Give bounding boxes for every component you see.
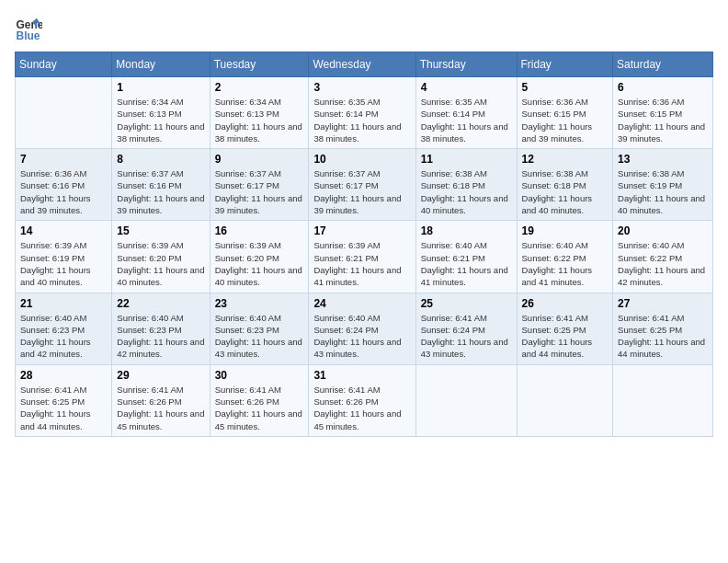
day-number: 12 <box>522 153 609 166</box>
day-number: 7 <box>20 153 107 166</box>
calendar-cell: 23 Sunrise: 6:40 AMSunset: 6:23 PMDaylig… <box>210 293 309 364</box>
day-info: Sunrise: 6:34 AMSunset: 6:13 PMDaylight:… <box>117 96 204 144</box>
calendar-cell: 8 Sunrise: 6:37 AMSunset: 6:16 PMDayligh… <box>112 149 210 221</box>
calendar-cell: 9 Sunrise: 6:37 AMSunset: 6:17 PMDayligh… <box>210 149 309 221</box>
calendar-week-row: 14 Sunrise: 6:39 AMSunset: 6:19 PMDaylig… <box>16 221 713 293</box>
calendar-cell: 26 Sunrise: 6:41 AMSunset: 6:25 PMDaylig… <box>517 293 613 364</box>
column-header-sunday: Sunday <box>16 52 112 77</box>
day-info: Sunrise: 6:40 AMSunset: 6:23 PMDaylight:… <box>20 312 107 361</box>
day-number: 11 <box>421 153 512 166</box>
calendar-cell: 24 Sunrise: 6:40 AMSunset: 6:24 PMDaylig… <box>309 293 415 364</box>
calendar-cell: 10 Sunrise: 6:37 AMSunset: 6:17 PMDaylig… <box>309 149 415 221</box>
day-number: 5 <box>522 81 609 94</box>
day-info: Sunrise: 6:36 AMSunset: 6:15 PMDaylight:… <box>618 96 708 144</box>
calendar-week-row: 1 Sunrise: 6:34 AMSunset: 6:13 PMDayligh… <box>16 77 713 149</box>
column-header-tuesday: Tuesday <box>210 52 309 77</box>
day-info: Sunrise: 6:34 AMSunset: 6:13 PMDaylight:… <box>215 96 304 144</box>
calendar-cell: 1 Sunrise: 6:34 AMSunset: 6:13 PMDayligh… <box>112 77 210 149</box>
day-number: 20 <box>618 224 708 237</box>
day-number: 15 <box>117 224 204 237</box>
day-info: Sunrise: 6:40 AMSunset: 6:23 PMDaylight:… <box>117 312 204 361</box>
logo: General Blue <box>15 15 42 42</box>
calendar-cell: 14 Sunrise: 6:39 AMSunset: 6:19 PMDaylig… <box>16 221 112 293</box>
calendar-cell: 15 Sunrise: 6:39 AMSunset: 6:20 PMDaylig… <box>112 221 210 293</box>
calendar-cell: 29 Sunrise: 6:41 AMSunset: 6:26 PMDaylig… <box>112 364 210 436</box>
day-info: Sunrise: 6:40 AMSunset: 6:21 PMDaylight:… <box>421 239 512 288</box>
day-number: 1 <box>117 81 204 94</box>
day-number: 10 <box>313 153 410 166</box>
calendar-cell <box>16 77 112 149</box>
calendar-cell: 19 Sunrise: 6:40 AMSunset: 6:22 PMDaylig… <box>517 221 613 293</box>
day-info: Sunrise: 6:36 AMSunset: 6:16 PMDaylight:… <box>20 167 107 216</box>
calendar-cell: 30 Sunrise: 6:41 AMSunset: 6:26 PMDaylig… <box>210 364 309 436</box>
svg-text:Blue: Blue <box>17 29 40 42</box>
calendar-cell: 2 Sunrise: 6:34 AMSunset: 6:13 PMDayligh… <box>210 77 309 149</box>
calendar-cell: 16 Sunrise: 6:39 AMSunset: 6:20 PMDaylig… <box>210 221 309 293</box>
day-info: Sunrise: 6:37 AMSunset: 6:17 PMDaylight:… <box>215 167 304 216</box>
day-number: 22 <box>117 297 204 310</box>
day-number: 16 <box>215 224 304 237</box>
page-header: General Blue <box>15 15 713 42</box>
day-info: Sunrise: 6:37 AMSunset: 6:16 PMDaylight:… <box>117 167 204 216</box>
calendar-cell: 21 Sunrise: 6:40 AMSunset: 6:23 PMDaylig… <box>16 293 112 364</box>
calendar-cell: 5 Sunrise: 6:36 AMSunset: 6:15 PMDayligh… <box>517 77 613 149</box>
day-number: 18 <box>421 224 512 237</box>
calendar-cell: 4 Sunrise: 6:35 AMSunset: 6:14 PMDayligh… <box>415 77 517 149</box>
day-number: 27 <box>618 297 708 310</box>
calendar-cell: 20 Sunrise: 6:40 AMSunset: 6:22 PMDaylig… <box>613 221 713 293</box>
day-info: Sunrise: 6:40 AMSunset: 6:23 PMDaylight:… <box>215 312 304 361</box>
day-number: 19 <box>522 224 609 237</box>
calendar-week-row: 28 Sunrise: 6:41 AMSunset: 6:25 PMDaylig… <box>16 364 713 436</box>
day-number: 26 <box>522 297 609 310</box>
day-info: Sunrise: 6:40 AMSunset: 6:24 PMDaylight:… <box>313 312 410 361</box>
day-info: Sunrise: 6:37 AMSunset: 6:17 PMDaylight:… <box>313 167 410 216</box>
day-info: Sunrise: 6:41 AMSunset: 6:25 PMDaylight:… <box>618 312 708 361</box>
column-header-wednesday: Wednesday <box>309 52 415 77</box>
calendar-cell: 3 Sunrise: 6:35 AMSunset: 6:14 PMDayligh… <box>309 77 415 149</box>
day-number: 14 <box>20 224 107 237</box>
day-info: Sunrise: 6:39 AMSunset: 6:21 PMDaylight:… <box>313 239 410 288</box>
calendar-cell: 12 Sunrise: 6:38 AMSunset: 6:18 PMDaylig… <box>517 149 613 221</box>
calendar-cell: 25 Sunrise: 6:41 AMSunset: 6:24 PMDaylig… <box>415 293 517 364</box>
day-number: 30 <box>215 369 304 382</box>
calendar-cell: 22 Sunrise: 6:40 AMSunset: 6:23 PMDaylig… <box>112 293 210 364</box>
day-number: 9 <box>215 153 304 166</box>
day-info: Sunrise: 6:41 AMSunset: 6:26 PMDaylight:… <box>117 384 204 432</box>
calendar-cell: 31 Sunrise: 6:41 AMSunset: 6:26 PMDaylig… <box>309 364 415 436</box>
day-number: 3 <box>313 81 410 94</box>
day-number: 4 <box>421 81 512 94</box>
day-info: Sunrise: 6:39 AMSunset: 6:20 PMDaylight:… <box>117 239 204 288</box>
calendar-cell: 27 Sunrise: 6:41 AMSunset: 6:25 PMDaylig… <box>613 293 713 364</box>
day-number: 21 <box>20 297 107 310</box>
day-info: Sunrise: 6:36 AMSunset: 6:15 PMDaylight:… <box>522 96 609 144</box>
day-info: Sunrise: 6:41 AMSunset: 6:26 PMDaylight:… <box>215 384 304 432</box>
calendar-cell <box>517 364 613 436</box>
column-header-saturday: Saturday <box>613 52 713 77</box>
day-info: Sunrise: 6:41 AMSunset: 6:25 PMDaylight:… <box>20 384 107 432</box>
day-info: Sunrise: 6:41 AMSunset: 6:26 PMDaylight:… <box>313 384 410 432</box>
day-number: 24 <box>313 297 410 310</box>
calendar-table: SundayMondayTuesdayWednesdayThursdayFrid… <box>15 52 713 437</box>
calendar-cell <box>415 364 517 436</box>
day-info: Sunrise: 6:38 AMSunset: 6:18 PMDaylight:… <box>522 167 609 216</box>
calendar-cell: 17 Sunrise: 6:39 AMSunset: 6:21 PMDaylig… <box>309 221 415 293</box>
day-number: 23 <box>215 297 304 310</box>
day-number: 17 <box>313 224 410 237</box>
calendar-cell: 28 Sunrise: 6:41 AMSunset: 6:25 PMDaylig… <box>16 364 112 436</box>
calendar-cell <box>613 364 713 436</box>
day-info: Sunrise: 6:35 AMSunset: 6:14 PMDaylight:… <box>421 96 512 144</box>
day-number: 2 <box>215 81 304 94</box>
calendar-week-row: 7 Sunrise: 6:36 AMSunset: 6:16 PMDayligh… <box>16 149 713 221</box>
day-number: 25 <box>421 297 512 310</box>
day-number: 8 <box>117 153 204 166</box>
day-number: 28 <box>20 369 107 382</box>
day-number: 13 <box>618 153 708 166</box>
day-info: Sunrise: 6:41 AMSunset: 6:24 PMDaylight:… <box>421 312 512 361</box>
column-header-friday: Friday <box>517 52 613 77</box>
day-info: Sunrise: 6:38 AMSunset: 6:19 PMDaylight:… <box>618 167 708 216</box>
calendar-body: 1 Sunrise: 6:34 AMSunset: 6:13 PMDayligh… <box>16 77 713 437</box>
calendar-cell: 11 Sunrise: 6:38 AMSunset: 6:18 PMDaylig… <box>415 149 517 221</box>
logo-icon: General Blue <box>15 15 42 42</box>
calendar-cell: 6 Sunrise: 6:36 AMSunset: 6:15 PMDayligh… <box>613 77 713 149</box>
calendar-cell: 18 Sunrise: 6:40 AMSunset: 6:21 PMDaylig… <box>415 221 517 293</box>
